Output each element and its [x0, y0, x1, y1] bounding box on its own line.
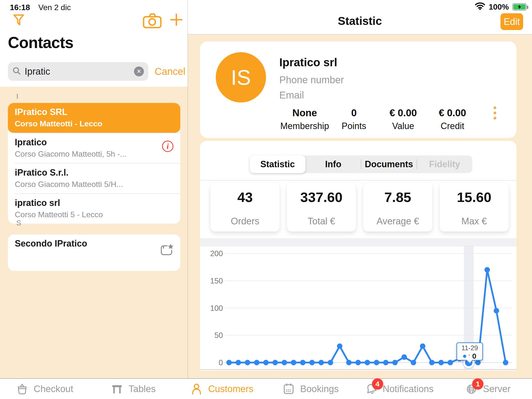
globe-icon: 1: [465, 382, 478, 396]
contact-address: Corso Matteotti 5 - Lecco: [15, 210, 173, 219]
section-header-i: I: [16, 92, 18, 100]
filter-button[interactable]: [12, 13, 25, 29]
membership-stat: None Membership: [280, 107, 329, 131]
search-input[interactable]: Ipratic ✕: [8, 62, 148, 81]
tab-bookings[interactable]: Bookings: [266, 379, 355, 399]
value-stat: € 0.00 Value: [379, 107, 428, 131]
credit-stat: € 0.00 Credit: [428, 107, 477, 131]
svg-text:0: 0: [219, 358, 223, 367]
contact-name: iPratico S.r.l.: [15, 167, 173, 178]
statistic-section: Statistic Info Documents Fidelity 43 Ord…: [200, 141, 516, 370]
tab-notifications[interactable]: 4 Notifications: [355, 379, 443, 399]
tab-statistic[interactable]: Statistic: [250, 155, 305, 173]
contact-name: Secondo IPratico: [15, 238, 173, 249]
tooltip-date: 11-29: [457, 344, 482, 352]
funnel-icon: [12, 25, 25, 29]
status-bar-left: 16:18 Ven 2 dic: [10, 3, 71, 12]
wifi-icon: [475, 2, 485, 12]
tab-documents[interactable]: Documents: [361, 155, 417, 173]
profile-stats: None Membership 0 Points € 0.00 Value € …: [280, 107, 499, 131]
customer-profile-card: IS Ipratico srl Phone number Email None …: [200, 41, 516, 138]
contact-row[interactable]: Secondo IPratico: [8, 234, 180, 261]
battery-percent: 100%: [489, 2, 509, 12]
calendar-icon: [282, 382, 295, 396]
detail-tabs: Statistic Info Documents Fidelity: [250, 155, 472, 173]
page-title: Contacts: [8, 33, 73, 52]
search-value: Ipratic: [25, 66, 134, 77]
cancel-search-button[interactable]: Cancel: [155, 66, 185, 77]
contact-address: Corso Giacomo Matteotti, 5h -...: [15, 150, 173, 159]
contact-row[interactable]: Ipratico Corso Giacomo Matteotti, 5h -..…: [8, 133, 180, 163]
tab-fidelity[interactable]: Fidelity: [417, 155, 472, 173]
contact-card-star-icon: [160, 243, 174, 258]
contact-address: Corso Giacomo Matteotti 5/H...: [15, 180, 173, 189]
contact-name: ipratico srl: [15, 198, 173, 208]
chart-tooltip: 11-29 : 0: [456, 342, 483, 361]
phone-number-field[interactable]: Phone number: [279, 74, 344, 85]
contact-list-s: Secondo IPratico: [8, 234, 180, 271]
tab-server[interactable]: 1 Server: [443, 379, 532, 399]
contact-list: IPratico SRL Corso Matteotti - Lecco Ipr…: [8, 103, 180, 224]
contact-address: Corso Matteotti - Lecco: [15, 119, 173, 128]
panel-divider: [187, 0, 188, 378]
detail-title: Statistic: [188, 14, 532, 28]
clear-search-button[interactable]: ✕: [134, 66, 144, 76]
table-icon: [110, 382, 124, 396]
tab-tables[interactable]: Tables: [89, 379, 177, 399]
svg-text:150: 150: [210, 277, 223, 285]
tab-checkout[interactable]: Checkout: [0, 379, 89, 399]
tab-customers[interactable]: Customers: [177, 379, 266, 399]
plus-icon: [169, 23, 183, 27]
contact-name: Ipratico: [15, 137, 173, 148]
summary-cards: 43 Orders 337.60 Total € 7.85 Average € …: [211, 183, 509, 232]
battery-icon: [512, 3, 527, 11]
camera-icon: [142, 26, 162, 30]
basket-icon: [16, 382, 29, 396]
camera-button[interactable]: [142, 13, 162, 30]
section-header-s: S: [16, 219, 21, 227]
clock: 16:18: [10, 3, 30, 12]
tooltip-series-dot: [463, 355, 466, 358]
average-card: 7.85 Average €: [363, 183, 432, 232]
bottom-tab-bar: Checkout Tables Customers: [0, 378, 532, 399]
contact-row[interactable]: iPratico S.r.l. Corso Giacomo Matteotti …: [8, 164, 180, 193]
edit-button[interactable]: Edit: [500, 13, 523, 30]
notifications-badge: 4: [372, 378, 383, 390]
person-icon: [190, 382, 203, 396]
tab-info[interactable]: Info: [305, 155, 361, 173]
contact-row-selected[interactable]: IPratico SRL Corso Matteotti - Lecco: [8, 103, 180, 133]
avatar: IS: [216, 52, 266, 102]
orders-card: 43 Orders: [211, 183, 280, 232]
contact-row[interactable]: ipratico srl Corso Matteotti 5 - Lecco: [8, 194, 180, 224]
more-options-button[interactable]: [494, 106, 496, 119]
total-card: 337.60 Total €: [287, 183, 356, 232]
date: Ven 2 dic: [38, 3, 71, 12]
search-icon: [12, 66, 21, 76]
chart-header-strip: [200, 238, 516, 246]
tooltip-value: 0: [472, 352, 476, 360]
info-icon[interactable]: i: [162, 141, 173, 152]
email-field[interactable]: Email: [279, 90, 304, 101]
add-contact-button[interactable]: [169, 13, 183, 28]
detail-body: IS Ipratico srl Phone number Email None …: [188, 34, 532, 378]
contacts-panel: 16:18 Ven 2 dic Contacts Ipratic ✕ Cance…: [0, 0, 188, 399]
customer-name: Ipratico srl: [279, 56, 337, 69]
section-divider: [200, 180, 516, 181]
detail-header: Statistic Edit 100%: [188, 0, 532, 34]
svg-text:50: 50: [215, 331, 223, 340]
bell-icon: 4: [365, 382, 378, 396]
status-bar-right: 100%: [475, 2, 527, 12]
contact-name: IPratico SRL: [15, 107, 173, 117]
max-card: 15.60 Max €: [440, 183, 509, 232]
svg-text:200: 200: [210, 249, 223, 258]
points-stat: 0 Points: [329, 107, 379, 131]
server-badge: 1: [472, 378, 483, 390]
svg-text:100: 100: [210, 304, 223, 313]
